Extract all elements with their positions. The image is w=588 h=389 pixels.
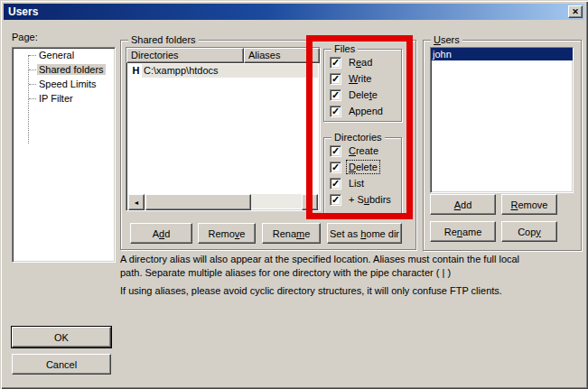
home-flag: H — [130, 64, 142, 78]
directory-path: C:\xampp\htdocs — [142, 64, 318, 78]
page-tree: General Shared folders Speed Limits IP F… — [12, 47, 116, 263]
cancel-button[interactable]: Cancel — [12, 354, 111, 375]
remove-directory-button[interactable]: Remove — [198, 223, 256, 244]
scroll-left-button[interactable]: ◄ — [128, 194, 145, 210]
button-label: Rename — [444, 227, 482, 237]
list-label: List — [347, 177, 366, 190]
users-dialog: Users ✕ Page: General Shared folders Spe… — [0, 0, 588, 389]
title-bar: Users ✕ — [4, 4, 584, 20]
users-list[interactable]: john — [430, 47, 574, 193]
scroll-right-button[interactable]: ► — [302, 194, 318, 210]
read-checkbox[interactable]: ✓ — [330, 57, 341, 69]
create-checkbox[interactable]: ✓ — [330, 145, 341, 157]
subdirs-permission[interactable]: ✓ + Subdirs — [330, 191, 397, 208]
directory-row[interactable]: H C:\xampp\htdocs — [126, 63, 320, 78]
horizontal-scrollbar[interactable]: ◄ ► — [128, 194, 318, 208]
tree-item-label: IP Filter — [37, 93, 75, 104]
scrollbar-thumb[interactable] — [145, 194, 251, 210]
subdirs-checkbox[interactable]: ✓ — [330, 194, 341, 206]
create-permission[interactable]: ✓ Create — [330, 143, 397, 159]
set-as-home-dir-button[interactable]: Set as home dir — [327, 223, 402, 244]
tree-item-ip-filter[interactable]: IP Filter — [13, 91, 115, 106]
list-checkbox[interactable]: ✓ — [330, 178, 341, 190]
cyclic-note: If using aliases, please avoid cyclic di… — [120, 285, 502, 296]
write-label: Write — [347, 72, 373, 85]
write-permission[interactable]: ✓ Write — [330, 70, 397, 87]
user-row-john[interactable]: john — [431, 48, 573, 60]
alias-note-line1: A directory alias will also appear at th… — [120, 254, 519, 264]
add-directory-button[interactable]: Add — [130, 223, 192, 244]
rename-directory-button[interactable]: Rename — [262, 223, 321, 244]
delete-file-label: Delete — [347, 88, 379, 101]
tree-item-label: Speed Limits — [37, 79, 98, 89]
button-label: Remove — [209, 228, 246, 239]
tree-item-label: General — [37, 50, 76, 60]
scroll-left-icon: ◄ — [134, 199, 140, 206]
read-label: Read — [347, 56, 374, 69]
alias-note-line2: path. Separate multiple aliases for one … — [120, 267, 451, 278]
tree-item-label: Shared folders — [37, 64, 106, 75]
add-user-button[interactable]: Add — [430, 194, 496, 215]
copy-user-button[interactable]: Copy — [501, 221, 557, 242]
button-label: Copy — [518, 227, 541, 237]
tree-item-shared-folders[interactable]: Shared folders — [13, 62, 115, 77]
directories-group-label: Directories — [331, 132, 385, 143]
write-checkbox[interactable]: ✓ — [330, 73, 341, 85]
close-button[interactable]: ✕ — [568, 5, 583, 18]
column-header-aliases[interactable]: Aliases — [244, 48, 320, 63]
files-group-label: Files — [331, 43, 358, 54]
delete-file-checkbox[interactable]: ✓ — [330, 89, 341, 101]
remove-user-button[interactable]: Remove — [501, 194, 557, 215]
tree-item-speed-limits[interactable]: Speed Limits — [13, 77, 115, 91]
button-label: Add — [454, 199, 472, 210]
button-label: Set as home dir — [330, 228, 399, 239]
create-label: Create — [347, 144, 380, 157]
append-checkbox[interactable]: ✓ — [330, 106, 341, 117]
column-header-directories[interactable]: Directories — [126, 48, 244, 63]
directories-permissions-group: Directories ✓ Create ✓ Delete ✓ List ✓ +… — [323, 137, 402, 216]
scroll-right-icon: ► — [307, 199, 313, 206]
delete-file-permission[interactable]: ✓ Delete — [330, 87, 397, 103]
shared-folders-group-label: Shared folders — [128, 34, 199, 45]
button-label: Add — [153, 228, 171, 239]
read-permission[interactable]: ✓ Read — [330, 54, 397, 70]
directories-list[interactable]: Directories Aliases H C:\xampp\htdocs ◄ … — [126, 47, 321, 211]
files-permissions-group: Files ✓ Read ✓ Write ✓ Delete ✓ Append — [323, 49, 402, 122]
ok-button[interactable]: OK — [12, 327, 111, 347]
button-label: Remove — [511, 199, 548, 210]
close-icon: ✕ — [572, 7, 579, 16]
directories-list-header: Directories Aliases — [126, 48, 320, 63]
append-label: Append — [347, 105, 385, 117]
delete-dir-permission[interactable]: ✓ Delete — [330, 159, 397, 175]
button-label: Rename — [273, 228, 311, 239]
delete-dir-label: Delete — [347, 161, 379, 173]
tree-item-general[interactable]: General — [13, 48, 115, 62]
list-permission[interactable]: ✓ List — [330, 175, 397, 191]
window-title: Users — [4, 5, 568, 18]
page-label: Page: — [12, 32, 38, 42]
subdirs-label: + Subdirs — [347, 193, 393, 206]
rename-user-button[interactable]: Rename — [430, 221, 496, 242]
append-permission[interactable]: ✓ Append — [330, 103, 397, 119]
delete-dir-checkbox[interactable]: ✓ — [330, 162, 341, 173]
users-group-label: Users — [431, 34, 462, 45]
